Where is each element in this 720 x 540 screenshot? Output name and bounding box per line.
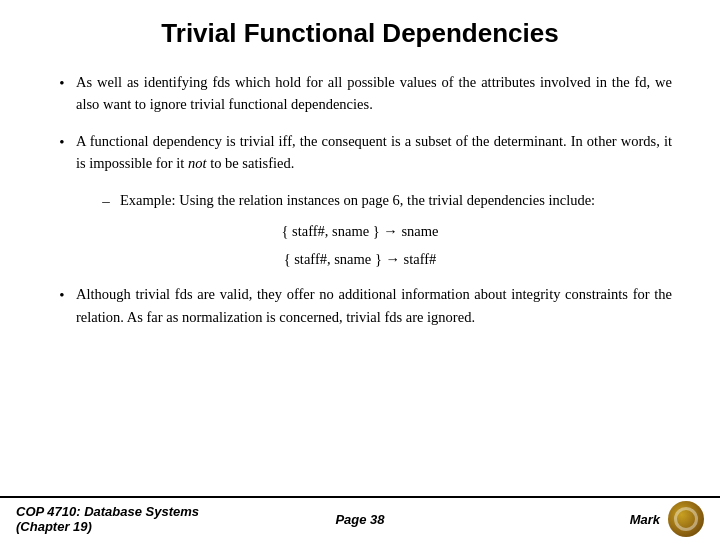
- bullet-3-text: Although trivial fds are valid, they off…: [76, 283, 672, 328]
- slide: Trivial Functional Dependencies • As wel…: [0, 0, 720, 540]
- bullet-2-dot: •: [48, 130, 76, 154]
- bullet-2-italic: not: [188, 155, 207, 171]
- slide-body: Trivial Functional Dependencies • As wel…: [0, 0, 720, 496]
- university-logo: [668, 501, 704, 537]
- footer-right: Mark: [475, 501, 704, 537]
- footer-right-text: Mark: [630, 512, 660, 527]
- footer: COP 4710: Database Systems (Chapter 19) …: [0, 496, 720, 540]
- bullet-2-text-after: to be satisfied.: [207, 155, 295, 171]
- sub-text: Example: Using the relation instances on…: [120, 189, 672, 211]
- bullet-2-text-before: A functional dependency is trivial iff, …: [76, 133, 672, 171]
- footer-left: COP 4710: Database Systems (Chapter 19): [16, 504, 245, 534]
- bullet-1-section: • As well as identifying fds which hold …: [48, 71, 672, 116]
- bullet-2-text: A functional dependency is trivial iff, …: [76, 130, 672, 175]
- bullet-3-section: • Although trivial fds are valid, they o…: [48, 283, 672, 328]
- formula-1: { staff#, sname } → sname: [281, 218, 438, 246]
- slide-title: Trivial Functional Dependencies: [48, 18, 672, 49]
- footer-center: Page 38: [245, 512, 474, 527]
- sub-section: – Example: Using the relation instances …: [70, 189, 672, 213]
- bullet-1-dot: •: [48, 71, 76, 95]
- sub-dash: –: [92, 189, 120, 213]
- formula-1-container: { staff#, sname } → sname: [48, 218, 672, 246]
- bullet-3-dot: •: [48, 283, 76, 307]
- bullet-1-text: As well as identifying fds which hold fo…: [76, 71, 672, 116]
- formula-2-container: { staff#, sname } → staff#: [48, 246, 672, 274]
- bullet-2-section: • A functional dependency is trivial iff…: [48, 130, 672, 175]
- formula-2: { staff#, sname } → staff#: [284, 246, 437, 274]
